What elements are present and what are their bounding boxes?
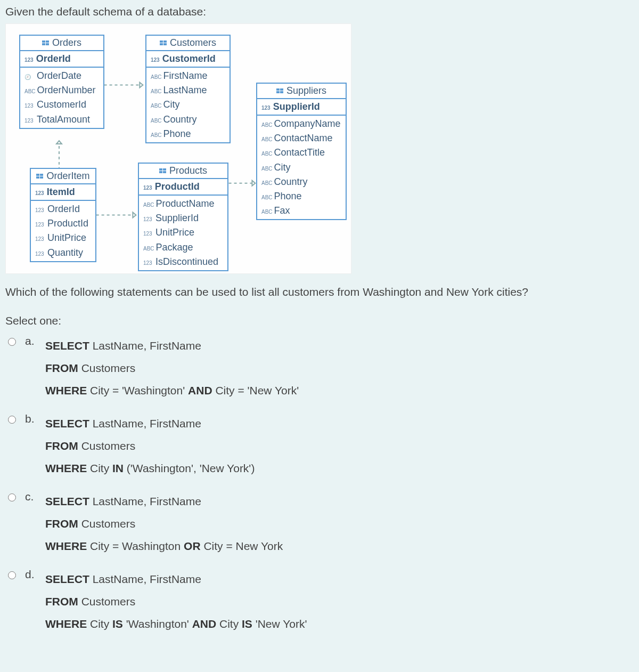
table-icon [42,41,50,46]
option-c[interactable]: c. SELECT LastName, FirstName FROM Custo… [5,490,634,557]
radio-b[interactable] [8,416,16,424]
question-text: Which of the following statements can be… [5,286,634,298]
select-one-label: Select one: [5,314,634,327]
table-products: Products 123 ProductId ABCProductName 12… [138,163,228,271]
option-d[interactable]: d. SELECT LastName, FirstName FROM Custo… [5,568,634,635]
options-group: a. SELECT LastName, FirstName FROM Custo… [5,335,634,635]
option-b-sql: SELECT LastName, FirstName FROM Customer… [45,412,255,480]
radio-a[interactable] [8,338,16,346]
radio-d[interactable] [8,571,16,579]
svg-marker-1 [140,83,143,88]
table-icon [276,88,284,94]
table-orderitem: OrderItem 123 ItemId 123OrderId 123Produ… [30,168,96,262]
orders-cols: 🕘OrderDate ABCOrderNumber 123CustomerId … [20,68,103,128]
svg-marker-5 [133,212,136,217]
option-b[interactable]: b. SELECT LastName, FirstName FROM Custo… [5,412,634,480]
option-a-sql: SELECT LastName, FirstName FROM Customer… [45,335,299,402]
schema-diagram: Orders 123 OrderId 🕘OrderDate ABCOrderNu… [5,23,351,274]
option-a[interactable]: a. SELECT LastName, FirstName FROM Custo… [5,335,634,402]
option-d-sql: SELECT LastName, FirstName FROM Customer… [45,568,307,635]
table-customers: Customers 123 CustomerId ABCFirstName AB… [145,35,231,143]
table-icon [159,168,167,174]
option-letter: c. [25,490,38,503]
table-orders: Orders 123 OrderId 🕘OrderDate ABCOrderNu… [19,35,104,129]
table-icon [36,174,44,179]
svg-marker-3 [56,141,62,144]
table-icon [160,41,167,46]
svg-marker-7 [252,181,255,186]
option-c-sql: SELECT LastName, FirstName FROM Customer… [45,490,283,557]
option-letter: a. [25,335,38,347]
option-letter: b. [25,412,38,425]
radio-c[interactable] [8,493,16,501]
option-letter: d. [25,568,38,581]
table-suppliers: Suppliers 123 SupplierId ABCCompanyName … [256,83,347,220]
intro-text: Given the default schema of a database: [5,5,634,18]
